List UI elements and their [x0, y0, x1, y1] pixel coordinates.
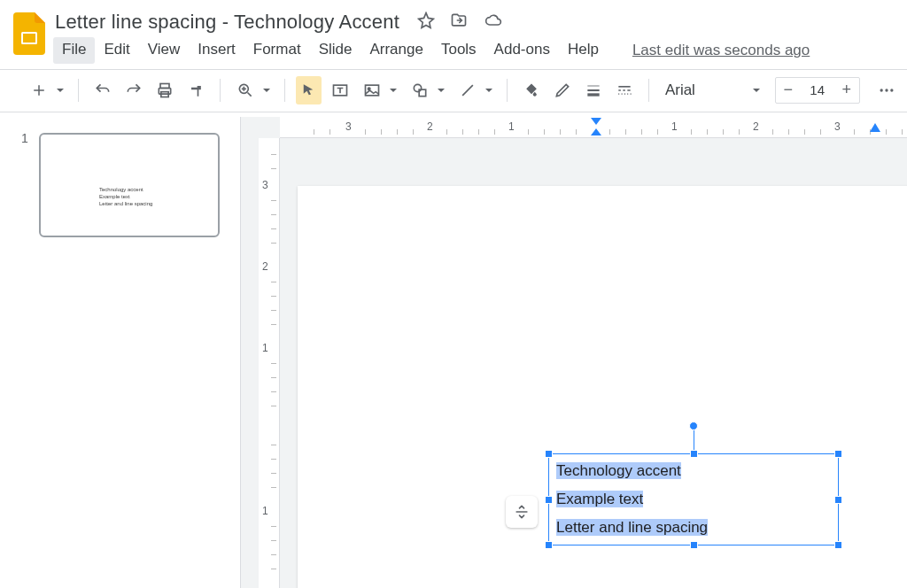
ruler-label: 3	[834, 120, 841, 133]
textbox-line[interactable]: Technology accent	[549, 454, 838, 483]
border-color-button[interactable]	[549, 76, 575, 104]
print-button[interactable]	[151, 76, 177, 104]
slide-thumbnail[interactable]: Technology accent Example text Letter an…	[39, 133, 220, 237]
vertical-ruler[interactable]: 3 2 1 1	[259, 138, 280, 588]
star-icon[interactable]	[417, 12, 435, 29]
doc-title[interactable]: Letter line spacing - Technology Accent	[53, 7, 401, 34]
shape-dropdown[interactable]	[434, 86, 448, 95]
menu-file[interactable]: File	[53, 37, 95, 64]
line-dropdown[interactable]	[482, 86, 496, 95]
svg-point-11	[880, 89, 883, 91]
rotation-handle[interactable]	[689, 422, 698, 430]
selected-textbox[interactable]: Technology accent Example text Letter an…	[548, 453, 839, 545]
resize-handle-bl[interactable]	[545, 541, 553, 549]
font-size-stepper: − 14 +	[775, 77, 860, 104]
font-family-label: Arial	[665, 81, 695, 99]
separator	[220, 79, 221, 102]
left-indent-marker[interactable]	[590, 117, 602, 136]
separator	[507, 79, 508, 102]
filmstrip: 1 Technology accent Example text Letter …	[0, 117, 241, 588]
font-size-value[interactable]: 14	[801, 82, 834, 97]
menu-format[interactable]: Format	[244, 37, 310, 64]
drag-handle-icon[interactable]	[506, 496, 538, 528]
svg-point-12	[886, 89, 888, 91]
border-dash-button[interactable]	[612, 76, 638, 104]
ruler-label: 3	[262, 179, 283, 191]
undo-button[interactable]	[89, 76, 115, 104]
menu-insert[interactable]: Insert	[189, 37, 244, 64]
ruler-label: 2	[262, 260, 283, 273]
last-edit-link[interactable]: Last edit was seconds ago	[632, 42, 810, 59]
ruler-label: 1	[262, 505, 283, 517]
textbox-line[interactable]: Letter and line spacing	[549, 511, 838, 539]
horizontal-ruler[interactable]: 3 2 1 1 2 3 4	[280, 117, 907, 138]
zoom-dropdown[interactable]	[260, 86, 274, 95]
shape-button[interactable]	[406, 76, 434, 104]
svg-point-9	[414, 84, 421, 91]
separator	[284, 79, 285, 102]
insert-image-button[interactable]	[358, 76, 386, 104]
textbox-line[interactable]: Example text	[549, 483, 838, 511]
menu-view[interactable]: View	[139, 37, 190, 64]
menubar: File Edit View Insert Format Slide Arran…	[53, 34, 900, 69]
title-block: Letter line spacing - Technology Accent …	[53, 7, 900, 69]
slide-number-label: 1	[21, 131, 28, 145]
workspace: 1 Technology accent Example text Letter …	[0, 117, 907, 588]
svg-rect-7	[366, 85, 379, 96]
menu-slide[interactable]: Slide	[310, 37, 361, 64]
app-header: Letter line spacing - Technology Accent …	[0, 0, 907, 70]
menu-addons[interactable]: Add-ons	[485, 37, 559, 64]
move-to-folder-icon[interactable]	[449, 12, 469, 29]
more-tools-button[interactable]	[874, 76, 900, 104]
slides-app-icon[interactable]	[7, 7, 53, 56]
insert-image-dropdown[interactable]	[386, 86, 400, 95]
menu-help[interactable]: Help	[559, 37, 608, 64]
rotation-line	[694, 428, 694, 451]
new-slide-button[interactable]	[25, 76, 53, 104]
fill-color-button[interactable]	[518, 76, 544, 104]
right-indent-marker[interactable]	[869, 117, 881, 133]
zoom-button[interactable]	[231, 76, 260, 104]
resize-handle-br[interactable]	[834, 541, 842, 549]
toolbar: Arial − 14 +	[0, 70, 907, 112]
cloud-saved-icon[interactable]	[483, 12, 504, 29]
line-button[interactable]	[454, 76, 482, 104]
svg-point-13	[890, 89, 893, 91]
text-box-button[interactable]	[327, 76, 353, 104]
font-family-selector[interactable]: Arial	[660, 77, 766, 104]
redo-button[interactable]	[120, 76, 146, 104]
paint-format-button[interactable]	[183, 76, 209, 104]
resize-handle-bm[interactable]	[690, 541, 698, 549]
ruler-label: 1	[671, 120, 678, 133]
menu-edit[interactable]: Edit	[95, 37, 138, 64]
ruler-label: 2	[427, 120, 433, 133]
ruler-label: 1	[262, 342, 283, 354]
menu-arrange[interactable]: Arrange	[360, 37, 431, 64]
ruler-label: 2	[753, 120, 759, 133]
border-weight-button[interactable]	[581, 76, 607, 104]
separator	[78, 79, 79, 102]
font-size-increase[interactable]: +	[834, 78, 859, 103]
separator	[648, 79, 649, 102]
ruler-label: 1	[508, 120, 515, 133]
font-size-decrease[interactable]: −	[776, 78, 801, 103]
menu-tools[interactable]: Tools	[432, 37, 485, 64]
thumbnail-preview: Technology accent Example text Letter an…	[99, 186, 152, 207]
svg-rect-1	[23, 34, 35, 43]
ruler-label: 3	[345, 120, 352, 133]
canvas-area: 3 2 1 1 2 3 4	[241, 117, 907, 588]
new-slide-dropdown[interactable]	[53, 86, 67, 95]
select-tool-button[interactable]	[296, 76, 322, 104]
